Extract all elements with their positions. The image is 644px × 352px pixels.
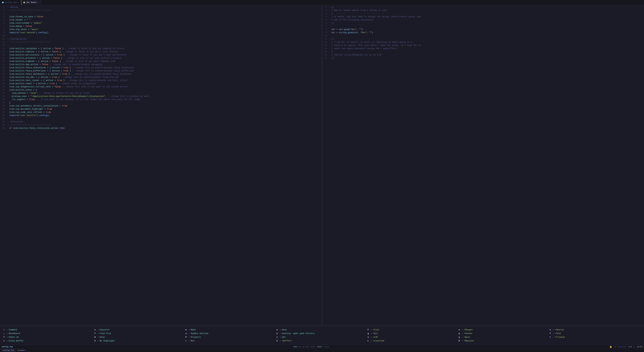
wk-item-buffers[interactable]: b → +Buffers xyxy=(276,340,368,342)
table-row: 17 lvim.builtin.presence = { active = fa… xyxy=(0,57,322,60)
wk-item-test[interactable]: T → +Test xyxy=(550,332,641,335)
table-row: 25 lvim.builtin.cheat = { active = true … xyxy=(0,82,322,85)
table-row: 29 preview_exec = "/Applications/Skim.ap… xyxy=(0,95,322,98)
table-row: 20 lvim.builtin.fancy_statusline = { act… xyxy=(0,66,322,69)
right-editor: 1 --[[ 2 [ How to remove spaces from a s… xyxy=(322,5,644,326)
tab-close-config[interactable]: ✕ xyxy=(18,1,19,3)
wk-item-nohighlight[interactable]: h → No Highlight xyxy=(94,340,185,342)
wk-item-lunarvim[interactable]: L → +LunarVim xyxy=(368,340,458,342)
table-row: 6 lvim.colorscheme = "pablo" xyxy=(0,22,322,25)
wk-item-neogen[interactable]: n → +Neogen xyxy=(458,329,550,331)
table-row: 3 [- xyxy=(322,12,644,15)
wk-item-trouble[interactable]: t → +Trouble xyxy=(550,336,641,339)
ls-status: LS Inactive xyxy=(614,346,626,348)
table-row: 5 lvim.leader = " " xyxy=(0,18,322,22)
table-row: 32 lvim.lsp.automatic_servers_installati… xyxy=(0,104,322,108)
right-code-area[interactable]: 1 --[[ 2 [ How to remove spaces from a s… xyxy=(322,5,644,326)
table-row: 8 str = str:gsub("%s+", "") xyxy=(322,28,644,31)
wk-item-comment[interactable]: / → Comment xyxy=(3,329,94,331)
mode-bar: config.lua <leader> xyxy=(0,349,644,352)
wk-item-lsp[interactable]: l → +LSP xyxy=(368,336,458,339)
warning-icon: ⚠ xyxy=(634,346,635,348)
status-filename: config.lua xyxy=(1,346,13,348)
wk-item-run[interactable]: r → Run xyxy=(186,340,276,342)
table-row: 10 xyxy=(322,34,644,37)
wk-item-quit[interactable]: q → +Quit xyxy=(458,336,550,339)
table-row: 14 lvim.builtin.lastplace = { active = f… xyxy=(0,47,322,50)
table-row: 19 lvim.builtin.dap.active = false -- ch… xyxy=(0,63,322,66)
table-row: 4 lvim.format_on_save = false xyxy=(0,15,322,18)
table-row: 13 [ there's no space). This just doesn'… xyxy=(322,44,644,47)
bs-label: <bs> xyxy=(293,346,298,348)
wk-item-git[interactable]: g → +Git xyxy=(368,332,458,335)
table-row: 6 ]] xyxy=(322,22,644,25)
status-bar: config.lua <bs> go up one level <esc> cl… xyxy=(0,345,644,349)
table-row: 1 -- Neovim xyxy=(0,6,322,9)
tab-icon-noname xyxy=(23,2,25,3)
tab-label-config: config.lua xyxy=(5,1,17,4)
table-row: 2 [ How to remove spaces from a string i… xyxy=(322,9,644,12)
status-right: 🔔 LS Inactive 1:0 ⚠ 18:01 xyxy=(610,346,643,348)
table-row: 15 [- xyxy=(322,50,644,53)
wk-item-dashboard[interactable]: ; → Dashboard xyxy=(3,332,94,335)
table-row: 12 [ I use %s+ as there's no point in re… xyxy=(322,41,644,44)
table-row: 30 rtl_support = true, -- if you want to… xyxy=(0,98,322,101)
wk-item-neoclip[interactable]: y → neoclip: open yank history xyxy=(276,332,368,335)
table-row: 28 view_method = "skim", -- change to za… xyxy=(0,92,322,95)
wk-item-outline[interactable]: o → Symbol Outline xyxy=(186,332,276,335)
table-row: 5 [ one of the following variations: xyxy=(322,18,644,22)
table-row: 35 require("user.builtin").config() xyxy=(0,114,322,117)
bell-icon: 🔔 xyxy=(610,346,612,348)
esc-label: <esc> xyxy=(317,346,322,348)
table-row: 7 xyxy=(322,25,644,28)
wk-item-cheat[interactable]: ? → Cheat.sh xyxy=(3,336,94,339)
clock: 18:01 xyxy=(637,346,643,348)
wk-item-closebuf[interactable]: c → Close Buffer xyxy=(3,340,94,342)
tab-bar: config.lua ✕ [No Name] ✕ xyxy=(0,0,644,5)
wk-item-findfile[interactable]: f → Find File xyxy=(94,332,185,335)
tab-config-lua[interactable]: config.lua ✕ xyxy=(0,0,21,5)
wk-item-make[interactable]: m → Make xyxy=(186,329,276,331)
table-row: 38 -- ================================ xyxy=(0,124,322,127)
wk-item-save[interactable]: w → Save xyxy=(276,329,368,331)
tab-no-name[interactable]: [No Name] ✕ xyxy=(21,0,41,5)
wk-item-search[interactable]: s → +Search xyxy=(550,329,641,331)
table-row: 26 lvim.lsp.diagnostics.virtual_text = f… xyxy=(0,85,322,89)
table-row: 34 lvim.lsp.code_lens_refresh = true xyxy=(0,111,322,114)
table-row: 27 lvim.builtin.latex = { xyxy=(0,89,322,92)
table-row: 33 lvim.lsp.document_highlight = true xyxy=(0,108,322,111)
wk-item-help[interactable]: H → Help xyxy=(94,336,185,339)
table-row: 24 lvim.builtin.test_runner = { active =… xyxy=(0,79,322,82)
editors-container: 1 -- Neovim 2 -- =======================… xyxy=(0,5,644,326)
table-row: 31 } xyxy=(0,101,322,104)
table-row: 11 --[[ xyxy=(322,37,644,41)
status-left: config.lua xyxy=(1,346,13,348)
table-row: 1 --[[ xyxy=(322,6,644,9)
table-row: 8 lvim.log.level = "warn" xyxy=(0,28,322,31)
table-row: 16 [ [Mario] [so/q/10460126] [cc by-sa 3… xyxy=(322,53,644,57)
wk-item-find[interactable]: F → +Find xyxy=(368,329,458,331)
table-row: 3 xyxy=(0,12,322,15)
tab-close-noname[interactable]: ✕ xyxy=(38,1,39,3)
leader-mode: <leader> xyxy=(17,349,26,351)
table-row: 39 if lvim.builtin.fancy_statusline.acti… xyxy=(0,127,322,130)
which-key-panel: / → Comment e → Explorer m → Make w → Sa… xyxy=(0,326,644,345)
table-row: 16 lvim.builtin.persistence = { active =… xyxy=(0,53,322,57)
tab-label-noname: [No Name] xyxy=(26,1,37,4)
table-row: 17 ]] xyxy=(322,57,644,60)
table-row: 4 [ It works, you just have to assign th… xyxy=(322,15,644,18)
status-center: <bs> go up one level <esc> close xyxy=(293,346,329,348)
table-row: 18 lvim.builtin.orgmode = { active = fal… xyxy=(0,60,322,63)
wk-item-zen[interactable]: z → Zen xyxy=(276,336,368,339)
wk-item-packer[interactable]: p → +Packer xyxy=(458,332,550,335)
table-row: 12 -- ================================ xyxy=(0,41,322,44)
table-row: 22 lvim.builtin.fancy_dashboard = { acti… xyxy=(0,73,322,76)
table-row: 7 lvim.debug = false xyxy=(0,25,322,28)
table-row: 21 lvim.builtin.fancy_bufferline = { act… xyxy=(0,69,322,73)
wk-item-explorer[interactable]: e → Explorer xyxy=(94,329,185,331)
wk-item-projects[interactable]: P → Projects xyxy=(186,336,276,339)
wk-item-replace[interactable]: R → +Replace xyxy=(458,340,550,342)
left-code-area[interactable]: 1 -- Neovim 2 -- =======================… xyxy=(0,5,322,326)
status-filename-bottom: config.lua xyxy=(1,349,16,352)
which-key-grid: / → Comment e → Explorer m → Make w → Sa… xyxy=(3,329,641,342)
